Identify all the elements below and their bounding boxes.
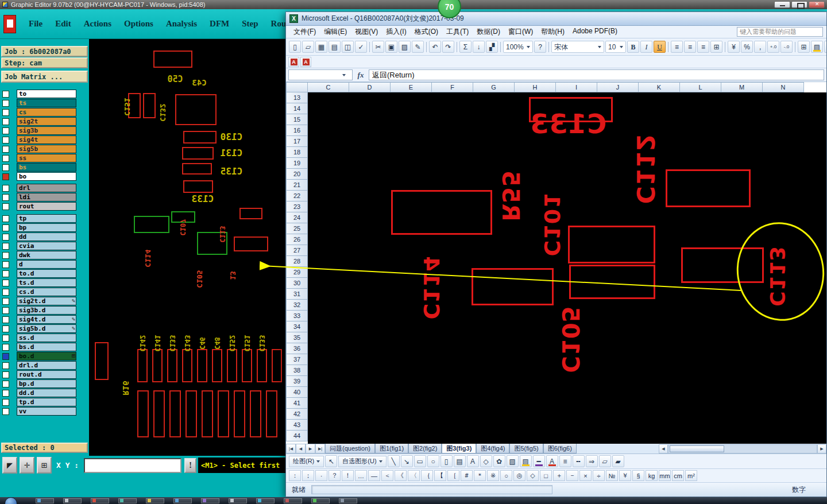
layer-name-sig2t[interactable]: sig2t [17,117,76,126]
decrease-decimal-icon[interactable]: -.0 [780,41,793,53]
scroll-left-icon[interactable]: ◀ [659,444,668,453]
ge-file-icon[interactable] [3,15,16,33]
ge-menu-edit[interactable]: Edit [55,19,71,29]
layer-checkbox-rout.d[interactable] [2,371,9,378]
redo-icon[interactable]: ↷ [442,41,454,53]
layer-name-cvia[interactable]: cvia [17,242,76,250]
name-box[interactable] [288,69,353,80]
excel-menu-数据(D)[interactable]: 数据(D) [473,26,504,38]
select-objects-icon[interactable]: ↖ [325,455,337,467]
dash-style-icon[interactable]: ╍ [573,455,585,467]
excel-menu-Adobe PDF(B)[interactable]: Adobe PDF(B) [569,26,621,38]
italic-button[interactable]: I [640,41,652,53]
layer-name-dd[interactable]: dd [17,232,76,241]
layer-name-ss[interactable]: ss [17,154,76,162]
sheet-tab-图6(fig6)[interactable]: 图6(fig6) [543,444,577,453]
row-header-20[interactable]: 20 [286,169,308,180]
adobe-pdf-email-icon[interactable]: A [300,57,311,67]
layer-name-bo.d[interactable]: bo.d⊞ [17,352,76,360]
fill-color-icon[interactable]: ▨ [811,41,823,53]
xy-coordinate-input[interactable] [84,458,181,473]
excel-menu-窗口(W)[interactable]: 窗口(W) [504,26,537,38]
symbol-button-…[interactable]: … [355,470,367,481]
draw-menu-button[interactable]: 绘图(R) [289,456,324,467]
taskbar-item-3[interactable] [118,498,137,503]
layer-name-to.d[interactable]: to.d [17,269,76,278]
layer-checkbox-tp.d[interactable] [2,399,9,406]
column-header-I[interactable]: I [556,82,597,92]
row-header-24[interactable]: 24 [286,212,308,223]
layer-name-sig4t.d[interactable]: sig4t.d✎ [17,315,76,324]
taskbar-item-10[interactable] [311,498,330,503]
font-size-select[interactable]: 10 [605,41,626,53]
layer-checkbox-dwk[interactable] [2,252,9,259]
row-header-21[interactable]: 21 [286,180,308,191]
diagram-icon[interactable]: ◇ [480,455,492,467]
excel-titlebar[interactable]: X Microsoft Excel - Q16B002087A0(刘文俊)201… [286,12,826,26]
percent-icon[interactable]: % [741,41,753,53]
row-header-30[interactable]: 30 [286,278,308,289]
save-icon[interactable]: ▦ [315,41,327,53]
row-header-39[interactable]: 39 [286,376,308,387]
column-header-C[interactable]: C [308,82,349,92]
layer-checkbox-sig2t[interactable] [2,118,9,125]
sheet-tab-图3(fig3)[interactable]: 图3(fig3) [442,444,476,453]
row-header-19[interactable]: 19 [286,158,308,169]
comma-icon[interactable]: ， [754,41,766,53]
underline-button[interactable]: U [654,41,666,53]
chart-wizard-icon[interactable]: ▞ [486,41,498,53]
layer-name-bs.d[interactable]: bs.d [17,343,76,351]
layer-name-drl[interactable]: drl [17,184,76,192]
align-center-icon[interactable]: ≡ [684,41,696,53]
bold-button[interactable]: B [627,41,639,53]
sheet-tab-图5(fig5)[interactable]: 图5(fig5) [509,444,543,453]
fill-color-icon[interactable]: ▨ [520,455,532,467]
excel-menu-格式(O)[interactable]: 格式(O) [411,26,442,38]
name-box-input[interactable] [291,71,340,79]
increase-decimal-icon[interactable]: +.0 [767,41,779,53]
font-color-icon[interactable]: A [824,41,826,53]
taskbar-item-7[interactable] [229,498,247,503]
layer-checkbox-sig3b[interactable] [2,127,9,134]
symbol-button-·[interactable]: · [315,470,327,481]
layer-checkbox-ts[interactable] [2,100,9,107]
open-icon[interactable]: ▱ [302,41,314,53]
row-header-35[interactable]: 35 [286,332,308,343]
symbol-button-m²[interactable]: m² [685,470,697,481]
clip-art-icon[interactable]: ✿ [493,455,505,467]
layer-checkbox-cs.d[interactable] [2,289,9,296]
row-header-15[interactable]: 15 [286,114,308,125]
row-header-44[interactable]: 44 [286,431,308,441]
layer-checkbox-sig5b[interactable] [2,146,9,153]
layer-name-bo[interactable]: bo [17,172,76,181]
minimize-icon[interactable] [774,1,790,8]
chevron-down-icon[interactable] [342,74,346,76]
symbol-button-＃[interactable]: ＃ [461,470,473,481]
layer-checkbox-sig4t.d[interactable] [2,316,9,323]
symbol-button-×[interactable]: × [579,470,592,481]
symbol-button-［[interactable]: ［ [447,470,459,481]
layer-name-tp.d[interactable]: tp.d [17,398,76,406]
symbol-button-◎[interactable]: ◎ [513,470,525,481]
taskbar-item-2[interactable] [91,498,109,503]
row-header-18[interactable]: 18 [286,147,308,158]
align-left-icon[interactable]: ≡ [671,41,683,53]
row-header-43[interactable]: 43 [286,420,308,431]
row-header-13[interactable]: 13 [286,92,308,103]
layer-name-ldi[interactable]: ldi [17,193,76,201]
layer-name-drl.d[interactable]: drl.d [17,361,76,370]
symbol-button-！[interactable]: ！ [342,470,354,481]
ge-menu-analysis[interactable]: Analysis [166,19,197,29]
merge-center-icon[interactable]: ⊞ [710,41,722,53]
symbol-button-№[interactable]: № [606,470,618,481]
select-pointer-button[interactable]: ◤ [2,457,17,474]
layer-name-cs.d[interactable]: cs.d [17,288,76,296]
layer-checkbox-sig3b.d[interactable] [2,307,9,314]
layer-name-ts.d[interactable]: ts.d [17,278,76,287]
layer-checkbox-drl[interactable] [2,185,9,192]
taskbar-item-1[interactable] [63,498,82,503]
layer-name-sig5b.d[interactable]: sig5b.d✎ [17,324,76,333]
taskbar-item-8[interactable] [256,498,275,503]
layer-checkbox-bs[interactable] [2,164,9,171]
taskbar-item-6[interactable] [201,498,219,503]
